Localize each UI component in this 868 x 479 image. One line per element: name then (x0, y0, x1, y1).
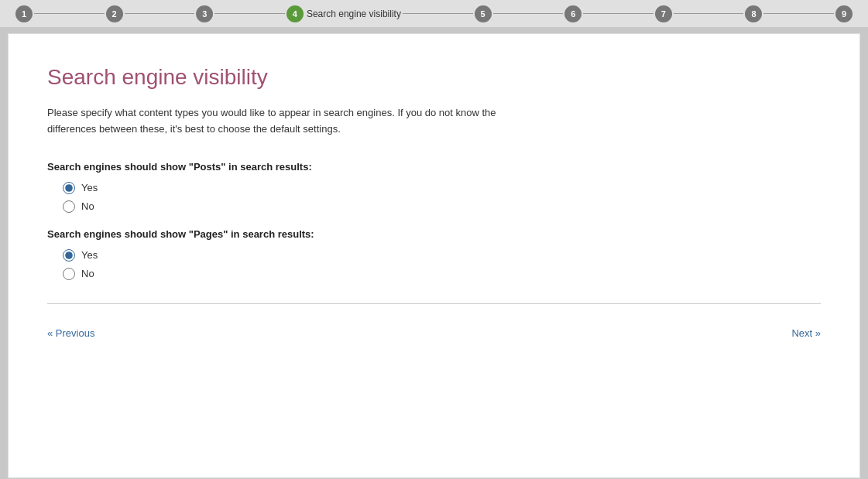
step-line-3 (214, 13, 285, 14)
nav-footer: « Previous Next » (47, 320, 821, 339)
step-line-4 (403, 13, 473, 14)
step-4-circle: 4 (286, 5, 304, 22)
page-description: Please specify what content types you wo… (47, 105, 496, 138)
step-6-circle: 6 (564, 5, 582, 22)
main-content: Search engine visibility Please specify … (8, 33, 860, 478)
posts-no-option[interactable]: No (63, 200, 821, 213)
pages-no-radio[interactable] (63, 268, 75, 280)
step-8-circle: 8 (745, 5, 762, 22)
next-link[interactable]: Next » (791, 327, 821, 339)
step-7-circle: 7 (655, 5, 672, 22)
previous-link[interactable]: « Previous (47, 327, 94, 339)
step-3-circle: 3 (196, 5, 213, 22)
pages-section: Search engines should show "Pages" in se… (47, 228, 821, 280)
pages-question-label: Search engines should show "Pages" in se… (47, 228, 821, 240)
pages-no-option[interactable]: No (63, 268, 821, 280)
posts-no-label: No (81, 200, 94, 212)
step-line-5 (493, 13, 564, 14)
step-2-circle: 2 (106, 5, 123, 22)
step-4-label: Search engine visibility (307, 9, 401, 19)
step-group: 1 2 3 4 Search engine visibility 5 6 7 8… (15, 5, 853, 22)
posts-yes-label: Yes (81, 182, 98, 193)
footer-divider (47, 303, 821, 304)
pages-radio-group: Yes No (63, 249, 821, 280)
step-line-7 (674, 13, 744, 14)
step-line-2 (125, 13, 195, 14)
pages-no-label: No (81, 268, 94, 279)
page-title: Search engine visibility (47, 65, 821, 90)
step-line-1 (34, 13, 105, 14)
step-1-circle: 1 (15, 5, 33, 22)
posts-no-radio[interactable] (63, 200, 75, 213)
posts-question-label: Search engines should show "Posts" in se… (47, 161, 821, 173)
progress-bar: 1 2 3 4 Search engine visibility 5 6 7 8… (0, 0, 868, 27)
step-5-circle: 5 (475, 5, 492, 22)
step-line-8 (763, 13, 834, 14)
posts-section: Search engines should show "Posts" in se… (47, 161, 821, 213)
posts-yes-option[interactable]: Yes (63, 182, 821, 194)
pages-yes-label: Yes (81, 249, 98, 261)
step-line-6 (583, 13, 654, 14)
step-9-circle: 9 (835, 5, 853, 22)
pages-yes-option[interactable]: Yes (63, 249, 821, 262)
posts-yes-radio[interactable] (63, 182, 75, 194)
pages-yes-radio[interactable] (63, 249, 75, 262)
posts-radio-group: Yes No (63, 182, 821, 213)
